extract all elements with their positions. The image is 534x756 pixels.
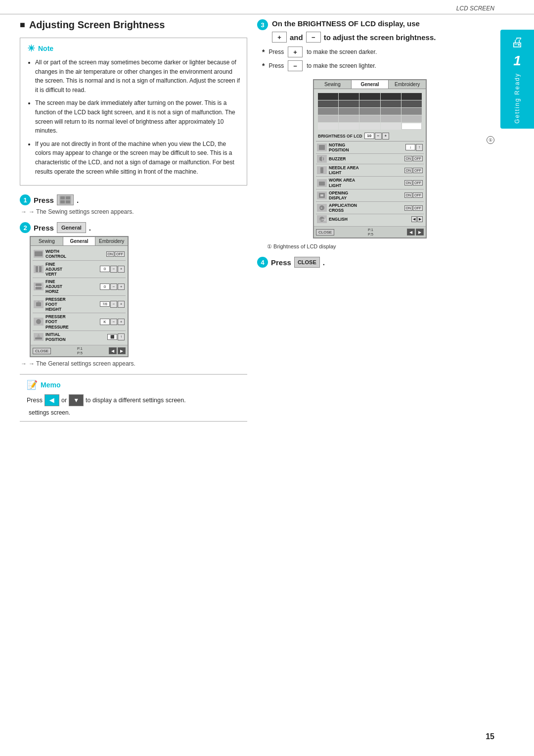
- brightness-row-control: 10 − +: [364, 133, 389, 140]
- step-2: 2 Press General . Sewing General Embroid…: [20, 222, 247, 367]
- buzzer-off[interactable]: OFF: [413, 156, 423, 161]
- noting-btn[interactable]: ↑: [416, 144, 423, 151]
- lcd-plus-fine-vert[interactable]: +: [118, 266, 125, 273]
- buzzer-on[interactable]: ON: [404, 156, 413, 161]
- lcd-off-btn[interactable]: OFF: [115, 251, 125, 257]
- cell-8: [359, 100, 380, 107]
- brightness-next-btn[interactable]: ▶: [416, 229, 424, 236]
- lcd-tab-general[interactable]: General: [63, 237, 96, 245]
- bullet-2-minus[interactable]: −: [288, 60, 303, 71]
- brightness-grid: [318, 93, 422, 130]
- english-left[interactable]: ◀: [411, 216, 417, 222]
- needle-on[interactable]: ON: [404, 168, 413, 173]
- step-2-button[interactable]: General: [57, 222, 86, 233]
- opening-on[interactable]: ON: [404, 192, 413, 198]
- lcd-minus-fine-horiz[interactable]: −: [110, 284, 117, 290]
- lcd-val-fine-horiz: 0: [100, 284, 110, 290]
- lcd-btn-initial[interactable]: ↑: [118, 333, 125, 340]
- lcd-label-fine-vert: FINEADJUSTVERT: [45, 262, 100, 277]
- brightness-icon-noting: [317, 143, 327, 151]
- memo-nav-btn-right[interactable]: ▼: [69, 394, 84, 406]
- needle-off[interactable]: OFF: [413, 168, 423, 173]
- step-2-label: Press: [34, 224, 54, 232]
- lcd-label-width: WIDTHCONTROL: [45, 249, 106, 259]
- brightness-control-noting: ↓ ↑: [405, 144, 423, 151]
- lcd-tabs: Sewing General Embroidery: [31, 237, 128, 246]
- cell-14: [381, 108, 401, 115]
- cell-2: [339, 93, 359, 100]
- svg-rect-3: [60, 200, 65, 203]
- lcd-minus-presser-h[interactable]: −: [110, 301, 117, 308]
- cell-22: [339, 123, 359, 130]
- lcd-next-btn[interactable]: ▶: [118, 347, 126, 354]
- lcd-control-presser-h: 7/8 − +: [100, 301, 125, 308]
- step-2-dot: .: [89, 224, 91, 232]
- lcd-minus-presser-p[interactable]: −: [110, 319, 117, 326]
- cell-17: [339, 115, 359, 122]
- side-tab-icon: 🖨: [511, 35, 524, 50]
- application-on[interactable]: ON: [404, 205, 413, 211]
- cell-16: [318, 115, 338, 122]
- brightness-icon-opening: [317, 191, 327, 199]
- lcd-prev-btn[interactable]: ◀: [109, 347, 117, 354]
- brightness-of-lcd-row: BRIGHTNESS OF LCD 10 − +: [316, 131, 424, 142]
- step-3-number: 3: [257, 19, 268, 30]
- note-label: Note: [38, 45, 53, 52]
- brightness-value: 10: [364, 133, 374, 139]
- work-off[interactable]: OFF: [413, 180, 423, 186]
- brightness-tab-general[interactable]: General: [352, 80, 389, 89]
- brightness-prev-btn[interactable]: ◀: [407, 229, 415, 236]
- work-on[interactable]: ON: [404, 180, 413, 186]
- minus-button[interactable]: −: [306, 32, 321, 43]
- bullet-1-post: to make the screen darker.: [307, 48, 377, 55]
- step-4-close-button[interactable]: CLOSE: [294, 257, 320, 268]
- lcd-control-fine-horiz: 0 − +: [100, 284, 125, 290]
- lcd-body: WIDTHCONTROL ON OFF FINEADJUSTVERT: [31, 246, 128, 345]
- brightness-row-label: BRIGHTNESS OF LCD: [318, 134, 362, 139]
- lcd-close-btn[interactable]: CLOSE: [33, 348, 51, 354]
- lcd-control-fine-vert: 0 − +: [100, 266, 125, 273]
- brightness-nav: ◀ ▶: [407, 229, 424, 236]
- opening-off[interactable]: OFF: [413, 192, 423, 198]
- lcd-tab-embroidery[interactable]: Embroidery: [95, 237, 128, 245]
- circle-1: ①: [487, 136, 494, 144]
- step-4-dot: .: [323, 258, 325, 267]
- lcd-plus-presser-p[interactable]: +: [118, 319, 125, 326]
- step-1-line: 1 Press .: [20, 194, 247, 205]
- lcd-on-btn[interactable]: ON: [106, 251, 115, 257]
- step-3-and: and: [290, 33, 303, 42]
- brightness-minus[interactable]: −: [375, 133, 382, 140]
- application-off[interactable]: OFF: [413, 205, 423, 211]
- lcd-plus-fine-horiz[interactable]: +: [118, 284, 125, 290]
- brightness-tab-embroidery[interactable]: Embroidery: [389, 80, 426, 89]
- bullet-1-plus[interactable]: +: [288, 47, 303, 57]
- lcd-general-screen: Sewing General Embroidery WIDTHCONTROL O…: [30, 236, 129, 357]
- english-right[interactable]: ▶: [417, 216, 423, 222]
- memo-settings-text: settings screen.: [27, 409, 240, 416]
- lcd-tab-sewing[interactable]: Sewing: [31, 237, 63, 245]
- brightness-plus[interactable]: +: [382, 133, 389, 140]
- brightness-body: BRIGHTNESS OF LCD 10 − +: [314, 89, 426, 226]
- lcd-label-presser-p: PRESSERFOOTPRESSURE: [45, 314, 100, 330]
- memo-nav-btn-left[interactable]: ◀: [44, 394, 59, 406]
- brightness-label-opening: OPENINGDISPLAY: [329, 190, 404, 200]
- bullet-2-post: to make the screen lighter.: [307, 62, 376, 69]
- plus-button[interactable]: +: [272, 32, 287, 43]
- lcd-plus-presser-h[interactable]: +: [118, 301, 125, 308]
- brightness-grid-area: [316, 91, 424, 130]
- lcd-minus-fine-vert[interactable]: −: [110, 266, 117, 273]
- lcd-val-initial: ⬛: [107, 334, 117, 340]
- svg-rect-2: [66, 196, 70, 199]
- bullet-1-pre: Press: [268, 48, 284, 55]
- brightness-icon-buzzer: [317, 155, 327, 163]
- brightness-screen-container: Sewing General Embroidery: [257, 76, 494, 241]
- lcd-row-width: WIDTHCONTROL ON OFF: [33, 248, 126, 260]
- step-3-header-text: On the BRIGHTNESS OF LCD display, use + …: [272, 19, 436, 43]
- step-1-button[interactable]: [57, 194, 74, 205]
- brightness-close-btn[interactable]: CLOSE: [316, 229, 334, 236]
- svg-text:LANG: LANG: [320, 218, 326, 221]
- note-header: ☀ Note: [27, 43, 240, 54]
- brightness-row-english: LANG ENGLISH ◀ ▶: [316, 214, 424, 224]
- lcd-icon-presser-p: [34, 318, 44, 326]
- brightness-tab-sewing[interactable]: Sewing: [314, 80, 352, 89]
